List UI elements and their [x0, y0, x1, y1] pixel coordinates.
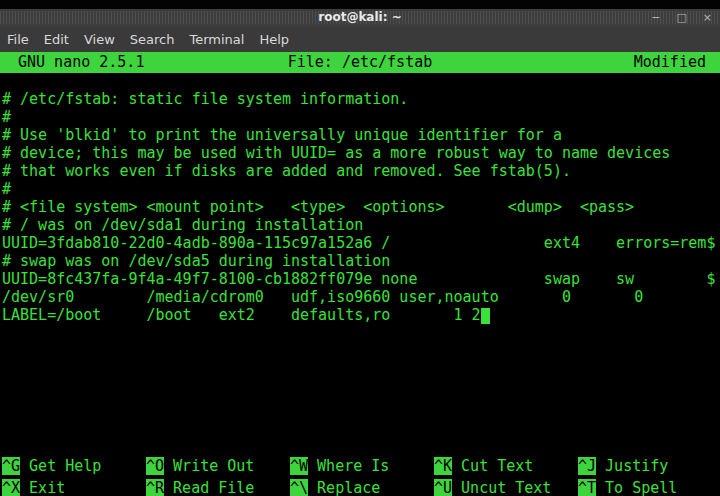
menu-item-help[interactable]: Help	[259, 32, 289, 47]
nano-filename-label: File: /etc/fstab	[0, 52, 720, 73]
terminal-menubar: FileEditViewSearchTerminalHelp	[0, 26, 720, 52]
text-cursor	[481, 308, 490, 324]
shortcut-label: Replace	[308, 479, 380, 496]
window-controls: − □ ×	[651, 9, 712, 26]
nano-modified-badge: Modified	[634, 52, 706, 73]
close-icon[interactable]: ×	[703, 9, 712, 26]
shortcut-justify: ^J Justify	[578, 457, 668, 475]
editor-line: # /etc/fstab: static file system informa…	[2, 90, 720, 108]
menu-item-view[interactable]: View	[84, 32, 115, 47]
menu-item-edit[interactable]: Edit	[44, 32, 69, 47]
shortcut-label: Uncut Text	[452, 479, 551, 496]
window-title: root@kali: ~	[0, 9, 720, 26]
shortcut-key: ^W	[290, 457, 308, 475]
shortcut-key: ^R	[146, 479, 164, 496]
shortcut-key: ^\	[290, 479, 308, 496]
maximize-icon[interactable]: □	[676, 9, 686, 26]
shortcut-get-help: ^G Get Help	[2, 457, 101, 475]
editor-line: # device; this may be used with UUID= as…	[2, 144, 720, 162]
nano-edit-buffer[interactable]: # /etc/fstab: static file system informa…	[2, 72, 720, 324]
editor-line	[2, 72, 720, 90]
shortcut-uncut-text: ^U Uncut Text	[434, 479, 551, 496]
menu-item-terminal[interactable]: Terminal	[189, 32, 244, 47]
shortcut-where-is: ^W Where Is	[290, 457, 389, 475]
shortcut-label: To Spell	[596, 479, 677, 496]
shortcut-cut-text: ^K Cut Text	[434, 457, 533, 475]
menu-item-file[interactable]: File	[7, 32, 29, 47]
editor-line: #	[2, 108, 720, 126]
editor-line: #	[2, 180, 720, 198]
editor-line: # <file system> <mount point> <type> <op…	[2, 198, 720, 216]
shortcut-key: ^K	[434, 457, 452, 475]
shortcut-key: ^O	[146, 457, 164, 475]
editor-line: # / was on /dev/sda1 during installation	[2, 216, 720, 234]
shortcut-label: Read File	[164, 479, 254, 496]
editor-line: # swap was on /dev/sda5 during installat…	[2, 252, 720, 270]
shortcut-label: Write Out	[164, 457, 254, 475]
menu-item-search[interactable]: Search	[130, 32, 175, 47]
shortcut-key: ^X	[2, 479, 20, 496]
shortcut-read-file: ^R Read File	[146, 479, 254, 496]
editor-line: UUID=3fdab810-22d0-4adb-890a-115c97a152a…	[2, 234, 720, 252]
shortcut-label: Get Help	[20, 457, 101, 475]
shortcut-key: ^J	[578, 457, 596, 475]
editor-line: UUID=8fc437fa-9f4a-49f7-8100-cb1882ff079…	[2, 270, 720, 288]
shortcut-key: ^T	[578, 479, 596, 496]
shortcut-key: ^G	[2, 457, 20, 475]
editor-line: /dev/sr0 /media/cdrom0 udf,iso9660 user,…	[2, 288, 720, 306]
terminal-screen[interactable]: GNU nano 2.5.1 File: /etc/fstab Modified…	[0, 52, 720, 496]
shortcut-write-out: ^O Write Out	[146, 457, 254, 475]
shortcut-label: Where Is	[308, 457, 389, 475]
nano-shortcuts-row-1: ^G Get Help^O Write Out^W Where Is^K Cut…	[2, 457, 720, 475]
shortcut-label: Cut Text	[452, 457, 533, 475]
kali-terminal-window: root@kali: ~ − □ × FileEditViewSearchTer…	[0, 0, 720, 496]
nano-shortcuts-row-2: ^X Exit^R Read File^\ Replace^U Uncut Te…	[2, 479, 720, 496]
minimize-icon[interactable]: −	[651, 9, 660, 26]
shortcut-exit: ^X Exit	[2, 479, 65, 496]
editor-line: # that works even if disks are added and…	[2, 162, 720, 180]
shortcut-replace: ^\ Replace	[290, 479, 380, 496]
shortcut-label: Justify	[596, 457, 668, 475]
shortcut-key: ^U	[434, 479, 452, 496]
desktop-background-strip	[0, 0, 720, 9]
nano-titlebar: GNU nano 2.5.1 File: /etc/fstab Modified	[0, 52, 720, 73]
editor-line: # Use 'blkid' to print the universally u…	[2, 126, 720, 144]
shortcut-to-spell: ^T To Spell	[578, 479, 677, 496]
window-titlebar[interactable]: root@kali: ~ − □ ×	[0, 9, 720, 26]
shortcut-label: Exit	[20, 479, 65, 496]
editor-line: LABEL=/boot /boot ext2 defaults,ro 1 2	[2, 306, 720, 324]
